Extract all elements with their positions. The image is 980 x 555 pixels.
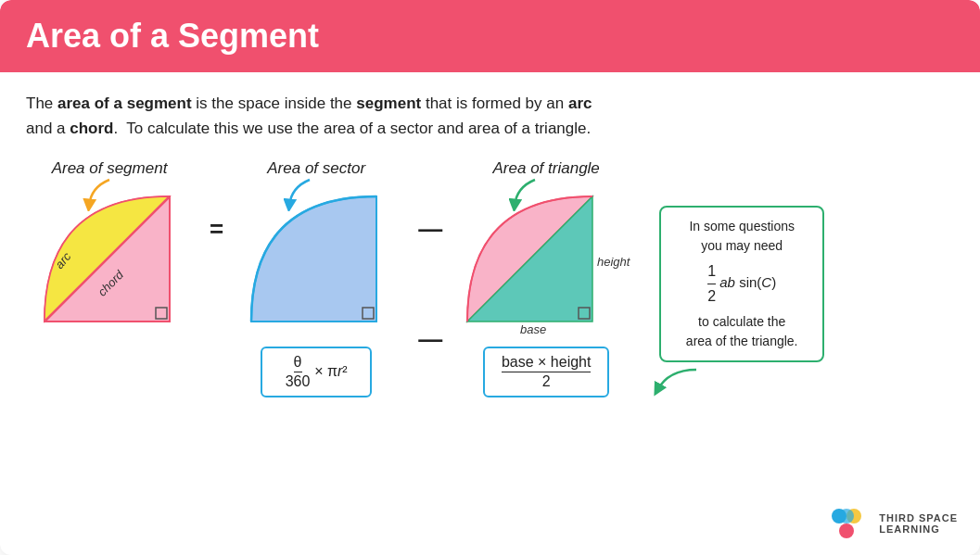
yellow-arrow-svg (82, 178, 119, 211)
segment-block: Area of segment (26, 159, 193, 345)
half-symbol: 1 2 (707, 275, 719, 291)
sector-formula-box: θ 360 × πr² (261, 347, 372, 397)
svg-point-8 (839, 523, 854, 538)
sector-block: Area of sector (233, 159, 400, 397)
triangle-denominator: 2 (542, 372, 551, 390)
blue-arrow-svg (284, 178, 321, 211)
triangle-fraction: base × height 2 (502, 354, 592, 390)
tooltip-box: In some questions you may need 1 2 ab si… (659, 206, 824, 362)
equals-col: = (200, 159, 233, 244)
tooltip-formula: 1 2 ab sin(C) (674, 260, 809, 308)
triangle-formula-box: base × height 2 (483, 347, 610, 397)
tooltip-area: In some questions you may need 1 2 ab si… (650, 196, 824, 399)
bold-segment: area of a segment (57, 95, 192, 112)
sector-fraction: θ 360 (286, 354, 311, 390)
sector-numerator: θ (294, 354, 302, 372)
ab-sin: ab sin(C) (719, 275, 776, 291)
sector-diagram (233, 178, 400, 345)
segment-diagram: arc chord (26, 178, 193, 345)
logo-text-area: THIRD SPACE LEARNING (879, 512, 958, 535)
minus-col: — — (407, 159, 453, 354)
triangle-label-row: Area of triangle (493, 159, 600, 178)
segment-label-row: Area of segment (52, 159, 168, 178)
bold-arc: arc (568, 95, 592, 112)
triangle-diagram: base height (453, 178, 639, 345)
green-arrow-tooltip (650, 362, 706, 399)
segment-label: Area of segment (52, 159, 168, 178)
bold-chord: chord (70, 120, 113, 137)
triangle-label: Area of triangle (493, 159, 600, 178)
triangle-svg: base height (453, 178, 639, 340)
tooltip-line4: area of the triangle. (686, 334, 798, 348)
triangle-block: Area of triangle (453, 159, 639, 397)
triangle-numerator: base × height (502, 354, 592, 372)
main-content: The area of a segment is the space insid… (0, 72, 980, 414)
page-wrapper: Area of a Segment The area of a segment … (0, 0, 980, 555)
minus-sign-formula: — (418, 325, 442, 354)
page-title: Area of a Segment (26, 17, 954, 56)
sector-label-row: Area of sector (267, 159, 365, 178)
description: The area of a segment is the space insid… (26, 91, 954, 141)
sector-label: Area of sector (267, 159, 365, 178)
svg-point-7 (839, 509, 854, 523)
bold-segment2: segment (356, 95, 421, 112)
sector-rest: × πr² (314, 363, 347, 379)
tooltip-line1: In some questions (689, 219, 795, 233)
green-arrow-label (509, 178, 546, 211)
logo-name2: LEARNING (879, 523, 958, 535)
equals-sign: = (210, 215, 223, 244)
header: Area of a Segment (0, 0, 980, 72)
tooltip-line3: to calculate the (698, 314, 785, 329)
logo-area: THIRD SPACE LEARNING (829, 507, 958, 540)
tooltip-line2: you may need (701, 238, 783, 253)
diagrams-row: Area of segment (26, 159, 954, 399)
logo-name: THIRD SPACE (879, 512, 958, 523)
minus-sign: — (418, 215, 442, 244)
height-label-svg: height (597, 255, 631, 269)
base-label-svg: base (520, 322, 546, 336)
sector-denominator: 360 (286, 372, 311, 390)
logo-icon (829, 507, 870, 540)
